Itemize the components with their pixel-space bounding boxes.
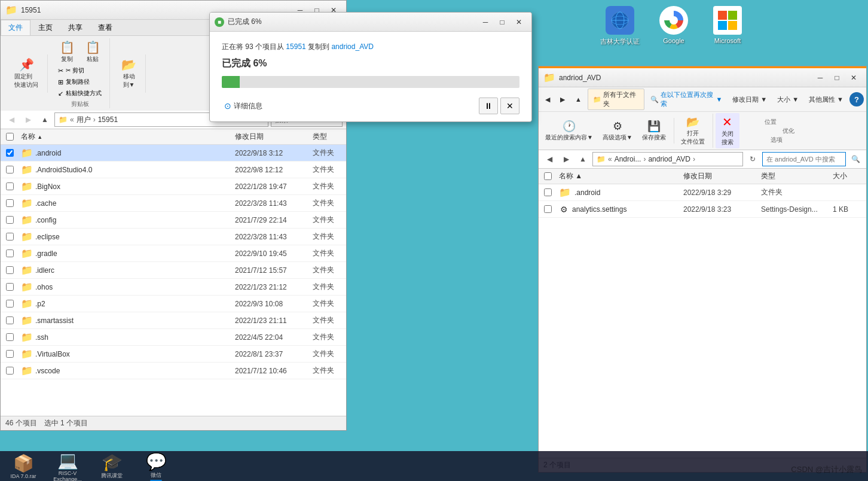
desktop-icon-jilin[interactable]: 吉林大学认证 bbox=[599, 6, 641, 46]
file-checkbox[interactable] bbox=[6, 266, 14, 274]
file-row[interactable]: 📁.smartassist 2022/1/23 21:11 文件夹 bbox=[1, 312, 346, 329]
paste-shortcut-button[interactable]: ↙ 粘贴快捷方式 bbox=[55, 88, 105, 99]
svg-rect-6 bbox=[718, 11, 727, 20]
right-refresh-button[interactable]: ↻ bbox=[745, 152, 760, 166]
paste-button[interactable]: 📋 粘贴 bbox=[81, 38, 105, 65]
file-row[interactable]: 📁.AndroidStudio4.0 2022/9/8 12:12 文件夹 bbox=[1, 162, 346, 178]
right-col-name-header[interactable]: 名称 ▲ bbox=[557, 170, 681, 182]
left-select-all-checkbox[interactable] bbox=[6, 133, 14, 141]
all-files-button[interactable]: 📁 所有于文件夹 bbox=[588, 89, 644, 110]
copy-pause-button[interactable]: ⏸ bbox=[479, 98, 498, 114]
copy-dialog-close-button[interactable]: ✕ bbox=[511, 16, 527, 28]
file-checkbox[interactable] bbox=[6, 249, 14, 257]
file-checkbox[interactable] bbox=[6, 316, 14, 324]
details-toggle-button[interactable]: ⊙ 详细信息 bbox=[222, 100, 265, 112]
copy-button[interactable]: 📋 复制 bbox=[56, 38, 79, 65]
right-file-row[interactable]: 📁 .android 2022/9/18 3:29 文件夹 bbox=[539, 184, 866, 201]
other-props-button[interactable]: 其他属性▼ bbox=[805, 93, 848, 106]
tab-home[interactable]: 主页 bbox=[30, 20, 60, 35]
right-select-all-checkbox[interactable] bbox=[544, 172, 552, 180]
close-search-icon: ✕ bbox=[722, 115, 732, 129]
left-col-name-header[interactable]: 名称 ▲ bbox=[19, 130, 233, 143]
pin-to-quick-access-button[interactable]: 📌 固定到快速访问 bbox=[10, 56, 42, 91]
desktop-icon-microsoft[interactable]: Microsoft bbox=[707, 6, 748, 46]
taskbar-item-ida[interactable]: 📦 IDA 7.0.rar bbox=[2, 452, 44, 480]
right-nav-forward[interactable]: ▶ bbox=[556, 94, 569, 105]
file-row[interactable]: 📁.cache 2022/3/28 11:43 文件夹 bbox=[1, 195, 346, 212]
file-checkbox[interactable] bbox=[6, 350, 14, 358]
save-search-icon: 💾 bbox=[647, 120, 661, 133]
left-col-date-header[interactable]: 修改日期 bbox=[233, 130, 310, 143]
close-search-button[interactable]: ✕ 关闭搜索 bbox=[716, 113, 739, 148]
file-checkbox[interactable] bbox=[6, 216, 14, 224]
right-col-type-header[interactable]: 类型 bbox=[759, 170, 830, 182]
right-close-button[interactable]: ✕ bbox=[846, 72, 861, 84]
right-address-path[interactable]: 📁 « Androi... › andriod_AVD › bbox=[592, 152, 743, 166]
right-col-size-header[interactable]: 大小 bbox=[830, 170, 866, 182]
open-location-button[interactable]: 📂 打开文件位置 bbox=[677, 114, 709, 148]
desktop-icon-google[interactable]: Google bbox=[653, 6, 695, 46]
taskbar-item-risc[interactable]: 💻 RISC-V Exchange... bbox=[47, 449, 88, 482]
help-button[interactable]: ? bbox=[849, 92, 864, 106]
copy-cancel-button[interactable]: ✕ bbox=[500, 98, 519, 114]
left-forward-button[interactable]: ▶ bbox=[21, 112, 35, 127]
tab-file[interactable]: 文件 bbox=[1, 20, 30, 35]
size-button[interactable]: 大小▼ bbox=[773, 93, 803, 106]
file-checkbox[interactable] bbox=[6, 166, 14, 173]
modified-date-button[interactable]: 修改日期▼ bbox=[728, 93, 771, 106]
search-in-location-button[interactable]: 🔍 在以下位置再次搜索 ▼ bbox=[646, 89, 726, 110]
file-row[interactable]: 📁.gradle 2022/9/10 19:45 文件夹 bbox=[1, 245, 346, 262]
right-file-checkbox[interactable] bbox=[544, 188, 552, 196]
file-checkbox[interactable] bbox=[6, 149, 14, 157]
file-checkbox[interactable] bbox=[6, 300, 14, 308]
save-search-button[interactable]: 💾 保存搜索 bbox=[638, 118, 670, 144]
right-forward-button[interactable]: ▶ bbox=[559, 152, 573, 166]
right-col-date-header[interactable]: 修改日期 bbox=[681, 170, 759, 182]
file-row[interactable]: 📁.idlerc 2021/7/12 15:57 文件夹 bbox=[1, 262, 346, 279]
right-file-checkbox[interactable] bbox=[544, 205, 552, 213]
file-row[interactable]: 📁.vscode 2021/7/12 10:46 文件夹 bbox=[1, 363, 346, 379]
left-back-button[interactable]: ◀ bbox=[4, 112, 19, 127]
file-row[interactable]: 📁.VirtualBox 2022/8/1 23:37 文件夹 bbox=[1, 346, 346, 363]
right-search-button[interactable]: 🔍 bbox=[848, 152, 863, 166]
tab-share[interactable]: 共享 bbox=[60, 20, 90, 35]
right-maximize-button[interactable]: □ bbox=[829, 72, 845, 84]
cut-button[interactable]: ✂ ✂ 剪切 bbox=[55, 65, 105, 76]
file-checkbox[interactable] bbox=[6, 199, 14, 207]
taskbar-item-tencent[interactable]: 🎓 腾讯课堂 bbox=[91, 451, 133, 481]
right-file-list: 📁 .android 2022/9/18 3:29 文件夹 ⚙ analytic… bbox=[539, 184, 866, 458]
copy-dialog-minimize-button[interactable]: ─ bbox=[478, 16, 493, 28]
file-checkbox[interactable] bbox=[6, 182, 14, 190]
file-row[interactable]: 📁.BigNox 2022/1/28 19:47 文件夹 bbox=[1, 178, 346, 195]
copy-dialog-maximize-button[interactable]: □ bbox=[494, 16, 510, 28]
right-file-row[interactable]: ⚙ analytics.settings 2022/9/18 3:23 Sett… bbox=[539, 201, 866, 218]
left-header-check bbox=[1, 133, 19, 141]
file-checkbox[interactable] bbox=[6, 233, 14, 240]
right-up-button2[interactable]: ▲ bbox=[576, 152, 590, 166]
right-nav-up[interactable]: ▲ bbox=[571, 94, 586, 105]
file-row[interactable]: 📁.eclipse 2022/3/28 11:43 文件夹 bbox=[1, 229, 346, 245]
file-row[interactable]: 📁.ohos 2022/1/23 21:12 文件夹 bbox=[1, 279, 346, 296]
file-row[interactable]: 📁.android 2022/9/18 3:12 文件夹 bbox=[1, 145, 346, 162]
move-to-button[interactable]: 📂 移动到▼ bbox=[117, 56, 140, 91]
right-minimize-button[interactable]: ─ bbox=[812, 72, 828, 84]
progress-bar-container bbox=[222, 76, 519, 88]
file-checkbox[interactable] bbox=[6, 333, 14, 341]
file-checkbox[interactable] bbox=[6, 367, 14, 375]
optimize-label: 优化 bbox=[783, 127, 794, 135]
taskbar-item-wechat[interactable]: 💬 微信 bbox=[135, 450, 177, 482]
left-col-type-header[interactable]: 类型 bbox=[310, 130, 346, 143]
tab-view[interactable]: 查看 bbox=[90, 20, 120, 35]
file-row[interactable]: 📁.p2 2022/9/3 10:08 文件夹 bbox=[1, 296, 346, 312]
advanced-options-button[interactable]: ⚙ 高级选项▼ bbox=[598, 118, 637, 144]
left-up-button[interactable]: ▲ bbox=[38, 112, 52, 127]
right-back-button[interactable]: ◀ bbox=[542, 152, 557, 166]
file-checkbox[interactable] bbox=[6, 283, 14, 291]
file-row[interactable]: 📁.ssh 2022/4/5 22:04 文件夹 bbox=[1, 329, 346, 346]
recent-search-button[interactable]: 🕐 最近的搜索内容▼ bbox=[541, 118, 597, 144]
right-nav-back[interactable]: ◀ bbox=[541, 94, 554, 105]
file-row[interactable]: 📁.config 2021/7/29 22:14 文件夹 bbox=[1, 212, 346, 229]
copy-path-button[interactable]: ⊞ 复制路径 bbox=[55, 77, 105, 87]
right-search-input[interactable] bbox=[762, 152, 846, 166]
right-toolbar-row2: 🕐 最近的搜索内容▼ ⚙ 高级选项▼ 💾 保存搜索 📂 打开文件位置 ✕ 关闭搜… bbox=[539, 112, 866, 150]
